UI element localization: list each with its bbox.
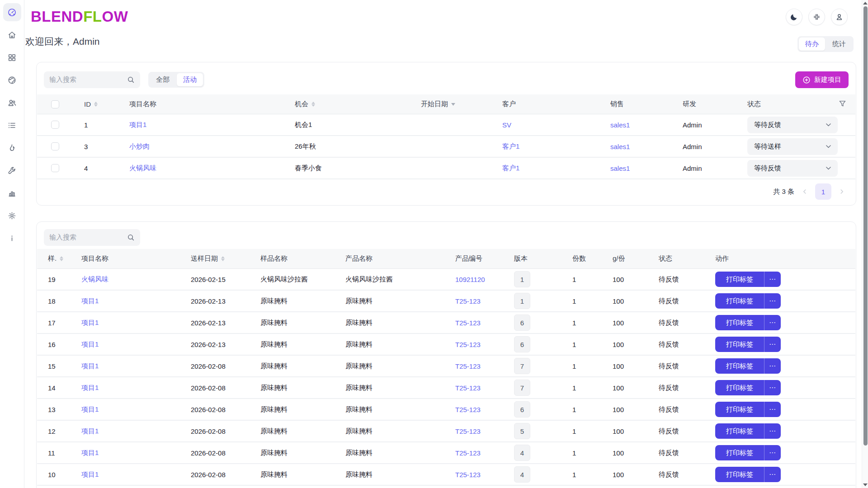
print-label-button[interactable]: 打印标签⋯ xyxy=(715,423,781,439)
project-link[interactable]: 项目1 xyxy=(81,470,99,479)
column-header-date[interactable]: 送样日期 xyxy=(191,254,218,263)
view-tab-统计[interactable]: 统计 xyxy=(826,38,852,51)
name-link[interactable]: 小炒肉 xyxy=(129,142,150,151)
sidebar-item-settings[interactable] xyxy=(3,206,21,225)
scrollbar-thumb[interactable] xyxy=(863,6,868,446)
samples-search-input[interactable]: 输入搜索 xyxy=(44,229,140,246)
name-link[interactable]: 项目1 xyxy=(129,121,146,129)
project-link[interactable]: 项目1 xyxy=(81,340,99,349)
user-profile-icon[interactable] xyxy=(831,9,848,25)
sidebar-item-dashboard[interactable] xyxy=(3,3,21,21)
scrollbar-up-arrow[interactable] xyxy=(863,2,868,5)
more-actions-icon[interactable]: ⋯ xyxy=(764,358,781,374)
column-header-opportunity[interactable]: 机会 xyxy=(295,100,308,108)
print-label-text[interactable]: 打印标签 xyxy=(715,423,764,439)
filter-funnel-icon[interactable] xyxy=(839,100,846,108)
print-label-text[interactable]: 打印标签 xyxy=(715,315,764,330)
row-checkbox[interactable] xyxy=(51,164,59,172)
code-link[interactable]: 10921120 xyxy=(455,276,485,283)
window-scrollbar[interactable] xyxy=(862,0,868,488)
code-link[interactable]: T25-123 xyxy=(455,449,481,457)
filter-caret-icon[interactable] xyxy=(451,103,455,106)
print-label-button[interactable]: 打印标签⋯ xyxy=(715,272,781,287)
print-label-text[interactable]: 打印标签 xyxy=(715,402,764,417)
sidebar-item-home[interactable] xyxy=(3,26,21,44)
project-link[interactable]: 火锅风味 xyxy=(81,275,108,284)
name-link[interactable]: 火锅风味 xyxy=(129,164,156,173)
pagination-page-1[interactable]: 1 xyxy=(815,183,831,200)
project-link[interactable]: 项目1 xyxy=(81,362,99,371)
sidebar-item-users[interactable] xyxy=(3,94,21,112)
sort-icon[interactable] xyxy=(311,102,315,107)
print-label-text[interactable]: 打印标签 xyxy=(715,293,764,309)
project-link[interactable]: 项目1 xyxy=(81,449,99,457)
more-actions-icon[interactable]: ⋯ xyxy=(764,467,781,482)
code-link[interactable]: T25-123 xyxy=(455,471,481,479)
status-select[interactable]: 等待送样 xyxy=(747,138,838,155)
print-label-text[interactable]: 打印标签 xyxy=(715,467,764,482)
filter-tab-全部[interactable]: 全部 xyxy=(150,73,176,86)
more-actions-icon[interactable]: ⋯ xyxy=(764,315,781,330)
pagination-next-icon[interactable] xyxy=(839,188,845,195)
filter-tab-活动[interactable]: 活动 xyxy=(177,73,203,86)
sort-icon[interactable] xyxy=(94,102,98,107)
pagination-prev-icon[interactable] xyxy=(802,188,808,195)
status-select[interactable]: 等待反馈 xyxy=(747,160,838,177)
project-link[interactable]: 项目1 xyxy=(81,319,99,327)
customer-link[interactable]: SV xyxy=(502,121,511,129)
code-link[interactable]: T25-123 xyxy=(455,384,481,392)
more-actions-icon[interactable]: ⋯ xyxy=(764,445,781,460)
code-link[interactable]: T25-123 xyxy=(455,406,481,413)
sales-link[interactable]: sales1 xyxy=(610,164,630,172)
sales-link[interactable]: sales1 xyxy=(610,121,630,129)
more-actions-icon[interactable]: ⋯ xyxy=(764,423,781,439)
sidebar-item-list[interactable] xyxy=(3,116,21,134)
project-link[interactable]: 项目1 xyxy=(81,297,99,305)
print-label-text[interactable]: 打印标签 xyxy=(715,445,764,460)
sort-icon[interactable] xyxy=(221,256,225,261)
sidebar-item-wrench[interactable] xyxy=(3,161,21,179)
code-link[interactable]: T25-123 xyxy=(455,297,481,305)
status-select[interactable]: 等待反馈 xyxy=(747,117,838,133)
sort-icon[interactable] xyxy=(60,256,63,261)
print-label-button[interactable]: 打印标签⋯ xyxy=(715,315,781,330)
code-link[interactable]: T25-123 xyxy=(455,427,481,435)
project-link[interactable]: 项目1 xyxy=(81,405,99,414)
more-actions-icon[interactable]: ⋯ xyxy=(764,402,781,417)
more-actions-icon[interactable]: ⋯ xyxy=(764,380,781,395)
print-label-button[interactable]: 打印标签⋯ xyxy=(715,380,781,395)
print-label-button[interactable]: 打印标签⋯ xyxy=(715,293,781,309)
row-checkbox[interactable] xyxy=(51,142,59,150)
column-header-id[interactable]: ID xyxy=(84,100,91,108)
projects-search-input[interactable]: 输入搜索 xyxy=(44,71,140,88)
print-label-button[interactable]: 打印标签⋯ xyxy=(715,337,781,352)
customer-link[interactable]: 客户1 xyxy=(502,142,519,151)
print-label-text[interactable]: 打印标签 xyxy=(715,272,764,287)
more-actions-icon[interactable]: ⋯ xyxy=(764,337,781,352)
new-project-button[interactable]: 新建项目 xyxy=(795,71,849,88)
code-link[interactable]: T25-123 xyxy=(455,341,481,348)
print-label-button[interactable]: 打印标签⋯ xyxy=(715,467,781,482)
customer-link[interactable]: 客户1 xyxy=(502,164,519,173)
sales-link[interactable]: sales1 xyxy=(610,143,630,150)
print-label-button[interactable]: 打印标签⋯ xyxy=(715,402,781,417)
project-link[interactable]: 项目1 xyxy=(81,427,99,436)
sidebar-item-globe[interactable] xyxy=(3,71,21,89)
scrollbar-down-arrow[interactable] xyxy=(863,483,868,486)
sidebar-item-info[interactable] xyxy=(3,229,21,247)
view-tab-待办[interactable]: 待办 xyxy=(799,38,825,51)
row-checkbox[interactable] xyxy=(51,121,59,129)
more-actions-icon[interactable]: ⋯ xyxy=(764,272,781,287)
column-header-id[interactable]: 样. xyxy=(48,254,57,263)
select-all-checkbox[interactable] xyxy=(51,100,59,108)
print-label-text[interactable]: 打印标签 xyxy=(715,358,764,374)
print-label-text[interactable]: 打印标签 xyxy=(715,380,764,395)
more-actions-icon[interactable]: ⋯ xyxy=(764,293,781,309)
collapse-fullscreen-icon[interactable] xyxy=(808,9,825,25)
print-label-text[interactable]: 打印标签 xyxy=(715,337,764,352)
print-label-button[interactable]: 打印标签⋯ xyxy=(715,358,781,374)
sidebar-item-flame[interactable] xyxy=(3,139,21,157)
sidebar-item-apps[interactable] xyxy=(3,48,21,66)
dark-mode-moon-icon[interactable] xyxy=(786,9,802,25)
sidebar-item-chart[interactable] xyxy=(3,184,21,202)
